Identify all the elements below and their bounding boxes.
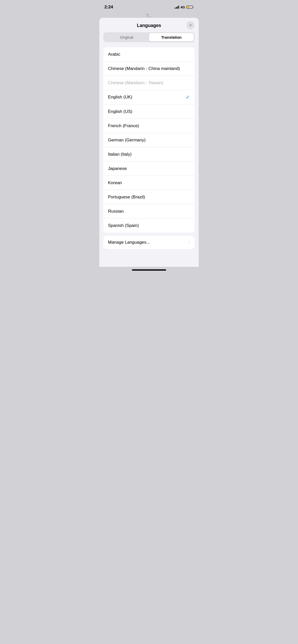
language-name: French (France): [108, 123, 139, 128]
language-item-korean[interactable]: Korean: [103, 176, 195, 190]
language-name: Portuguese (Brazil): [108, 195, 145, 200]
language-item-arabic[interactable]: Arabic: [103, 47, 195, 62]
background-peek: T...: [99, 13, 199, 18]
status-bar: 2:24 4G: [99, 0, 199, 13]
manage-label: Manage Languages...: [108, 240, 150, 245]
language-name: Japanese: [108, 166, 127, 171]
home-bar: [132, 269, 166, 271]
language-list: Arabic Chinese (Mandarin - China mainlan…: [103, 47, 195, 233]
selected-checkmark: ✓: [186, 94, 190, 100]
battery-icon: [186, 6, 194, 9]
language-name: German (Germany): [108, 138, 145, 143]
background-title-peek: T...: [146, 13, 152, 18]
language-item-english-us[interactable]: English (US): [103, 105, 195, 119]
language-item-chinese-taiwan[interactable]: Chinese (Mandarin - Taiwan): [103, 76, 195, 90]
language-name: English (US): [108, 109, 132, 114]
language-name: Chinese (Mandarin - China mainland): [108, 66, 180, 71]
language-item-russian[interactable]: Russian: [103, 204, 195, 218]
network-label: 4G: [181, 5, 185, 9]
language-name: Chinese (Mandarin - Taiwan): [108, 80, 163, 85]
language-item-english-uk[interactable]: English (UK) ✓: [103, 90, 195, 105]
home-indicator: [99, 267, 199, 273]
language-item-spanish[interactable]: Spanish (Spain): [103, 218, 195, 233]
languages-modal: Languages ✕ Original Translation Arabic …: [99, 18, 199, 267]
modal-header: Languages ✕: [99, 18, 199, 32]
tab-bar: Original Translation: [103, 32, 195, 42]
language-name: Arabic: [108, 52, 120, 57]
signal-icon: [175, 6, 179, 9]
close-button[interactable]: ✕: [186, 21, 195, 29]
language-name: Italian (Italy): [108, 152, 132, 157]
language-name: Korean: [108, 180, 122, 185]
language-item-german[interactable]: German (Germany): [103, 133, 195, 147]
status-icons: 4G: [175, 5, 194, 9]
tab-translation[interactable]: Translation: [149, 33, 194, 41]
modal-title: Languages: [137, 23, 161, 28]
language-item-italian[interactable]: Italian (Italy): [103, 147, 195, 162]
language-name: Spanish (Spain): [108, 223, 139, 228]
tab-original[interactable]: Original: [104, 33, 149, 41]
language-name: Russian: [108, 209, 124, 214]
status-time: 2:24: [104, 5, 113, 10]
language-name: English (UK): [108, 95, 132, 100]
language-item-chinese-mainland[interactable]: Chinese (Mandarin - China mainland): [103, 62, 195, 76]
chevron-right-icon: ›: [189, 240, 190, 245]
manage-languages-card: Manage Languages... ›: [103, 236, 195, 249]
close-icon: ✕: [189, 23, 192, 27]
manage-languages-item[interactable]: Manage Languages... ›: [103, 236, 195, 249]
language-item-japanese[interactable]: Japanese: [103, 162, 195, 176]
language-item-french[interactable]: French (France): [103, 119, 195, 133]
language-item-portuguese[interactable]: Portuguese (Brazil): [103, 190, 195, 204]
